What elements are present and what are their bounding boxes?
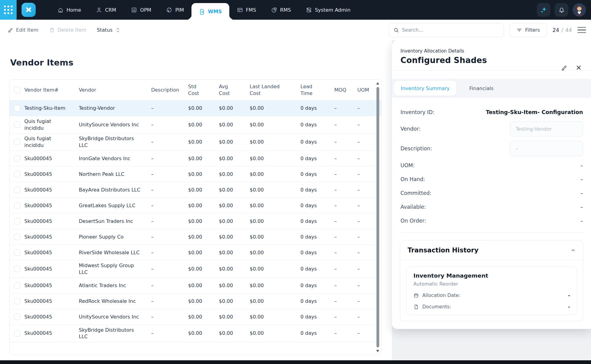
table-row[interactable]: Sku000045 Pioneer Supply Co – $0.00 $0.0… [10, 229, 381, 245]
table-row[interactable]: Sku000045 GreatLakes Supply LLC – $0.00 … [10, 198, 381, 213]
app-launcher-button[interactable] [0, 0, 17, 20]
scroll-up-arrow-icon[interactable] [376, 82, 379, 85]
nav-item-opm[interactable]: OPM [123, 0, 159, 20]
table-row[interactable]: Sku000045 Atlantic Traders Inc – $0.00 $… [10, 278, 381, 294]
status-sort-control[interactable]: Status [97, 27, 120, 33]
table-row[interactable]: Sku000045 SkyBridge Distributors LLC – $… [10, 325, 381, 342]
vendor-item-number: Sku000045 [24, 249, 52, 256]
row-checkbox[interactable] [14, 105, 20, 112]
table-row[interactable]: Sku000045 IronGate Vendors Inc – $0.00 $… [10, 151, 381, 166]
avg-cost-value: $0.00 [219, 187, 250, 193]
search-box[interactable] [389, 23, 504, 37]
table-row[interactable]: Sku000045 Midwest Supply Group LLC – $0.… [10, 260, 381, 278]
scrollbar-thumb[interactable] [376, 87, 379, 347]
uom-value: – [357, 234, 374, 240]
nav-item-system-admin[interactable]: System Admin [298, 0, 358, 20]
close-panel-button[interactable] [576, 65, 582, 71]
column-header-last-landed-cost[interactable]: Last Landed Cost [250, 83, 300, 97]
tab-inventory-summary[interactable]: Inventory Summary [394, 81, 456, 96]
row-checkbox[interactable] [14, 202, 20, 209]
table-row[interactable]: Sku000045 RiverSide Wholesale LLC – $0.0… [10, 245, 381, 260]
row-checkbox[interactable] [14, 139, 20, 145]
table-row[interactable]: Quis fugiat incididu SkyBridge Distribut… [10, 133, 381, 151]
tab-financials[interactable]: Financials [469, 85, 493, 91]
column-header-avg-cost[interactable]: Avg Cost [219, 83, 250, 97]
nav-item-wms[interactable]: WMS [191, 3, 229, 20]
vendor-name: IronGate Vendors Inc [79, 155, 131, 162]
transaction-history-card: Transaction History Inventory Management… [400, 240, 584, 321]
nav-item-crm[interactable]: CRM [88, 0, 123, 20]
description-value: – [151, 121, 188, 128]
on-order-value: – [581, 218, 583, 224]
documents-value: - [568, 304, 570, 310]
vendor-name: Northern Peak LLC [79, 171, 124, 178]
description-input[interactable]: – [510, 141, 583, 156]
menu-button[interactable] [577, 26, 586, 34]
vendor-item-number: Sku000045 [24, 155, 52, 162]
row-checkbox[interactable] [14, 155, 20, 162]
table-row[interactable]: Sku000045 RedRock Wholesale Inc – $0.00 … [10, 294, 381, 309]
vendor-input[interactable]: Testing-Vendor [510, 121, 583, 136]
column-header-vendor[interactable]: Vendor [79, 87, 151, 93]
std-cost-value: $0.00 [188, 282, 219, 289]
pie-chart-icon [271, 7, 277, 13]
column-header-lead-time[interactable]: Lead Time [300, 83, 334, 97]
chevron-up-icon[interactable] [570, 247, 576, 253]
edit-item-button[interactable]: Edit Item [7, 27, 38, 33]
table-row[interactable]: Sku000045 DesertSun Traders Inc – $0.00 … [10, 213, 381, 229]
user-avatar[interactable] [573, 3, 586, 17]
row-checkbox[interactable] [14, 249, 20, 256]
nav-item-rms[interactable]: RMS [263, 0, 298, 20]
row-checkbox[interactable] [14, 234, 20, 240]
last-landed-cost-value: $0.00 [250, 218, 300, 225]
sort-chevrons-icon [116, 27, 120, 33]
delete-item-button[interactable]: Delete Item [49, 27, 86, 33]
column-header-std-cost[interactable]: Std Cost [188, 83, 219, 97]
description-value: – [151, 105, 188, 112]
inventory-management-card[interactable]: Inventory Management Automatic Reorder A… [406, 267, 577, 315]
uom-value: – [357, 266, 374, 272]
table-scrollbar[interactable] [376, 82, 380, 352]
row-checkbox[interactable] [14, 266, 20, 272]
vendor-name: BayArea Distributors LLC [79, 187, 140, 193]
brand-logo[interactable] [22, 3, 36, 17]
std-cost-value: $0.00 [188, 266, 219, 272]
allocation-date-row: Allocation Date: - [413, 292, 570, 298]
lead-time-value: 0 days [300, 234, 334, 240]
row-checkbox[interactable] [14, 218, 20, 224]
row-checkbox[interactable] [14, 314, 20, 320]
row-checkbox[interactable] [14, 282, 20, 289]
select-all-checkbox[interactable] [14, 87, 20, 93]
uom-value: – [357, 218, 374, 225]
pencil-icon [7, 27, 14, 33]
row-checkbox[interactable] [14, 187, 20, 193]
lead-time-value: 0 days [300, 105, 334, 112]
filters-button[interactable]: Filters [509, 23, 547, 37]
table-row[interactable]: Sku000045 Northern Peak LLC – $0.00 $0.0… [10, 166, 381, 182]
table-row[interactable]: Sku000045 UnitySource Vendors Inc – $0.0… [10, 309, 381, 325]
moq-value: – [334, 171, 357, 178]
column-header-description[interactable]: Description [151, 87, 188, 93]
column-header-moq[interactable]: MOQ [334, 87, 357, 93]
scroll-down-arrow-icon[interactable] [376, 350, 379, 352]
std-cost-value: $0.00 [188, 121, 219, 128]
row-checkbox[interactable] [14, 121, 20, 128]
row-checkbox[interactable] [14, 171, 20, 177]
search-input[interactable] [402, 27, 499, 33]
table-row[interactable]: Testing-Sku-Item Testing-Vendor – $0.00 … [10, 101, 381, 116]
table-row[interactable]: Quis fugiat incididu UnitySource Vendors… [10, 116, 381, 133]
nav-item-home[interactable]: Home [50, 0, 88, 20]
row-checkbox[interactable] [14, 330, 20, 337]
ai-assistant-button[interactable] [537, 3, 550, 17]
description-value: – [151, 155, 188, 162]
column-header-vendor-item[interactable]: Vendor Item# [24, 87, 79, 93]
avg-cost-value: $0.00 [219, 202, 250, 209]
notifications-button[interactable] [555, 3, 568, 17]
column-header-uom[interactable]: UOM [357, 87, 374, 93]
edit-panel-button[interactable] [561, 64, 568, 71]
moq-value: – [334, 298, 357, 305]
table-row[interactable]: Sku000045 BayArea Distributors LLC – $0.… [10, 182, 381, 198]
moq-value: – [334, 105, 357, 112]
nav-item-fms[interactable]: FMS [229, 0, 263, 20]
row-checkbox[interactable] [14, 298, 20, 304]
